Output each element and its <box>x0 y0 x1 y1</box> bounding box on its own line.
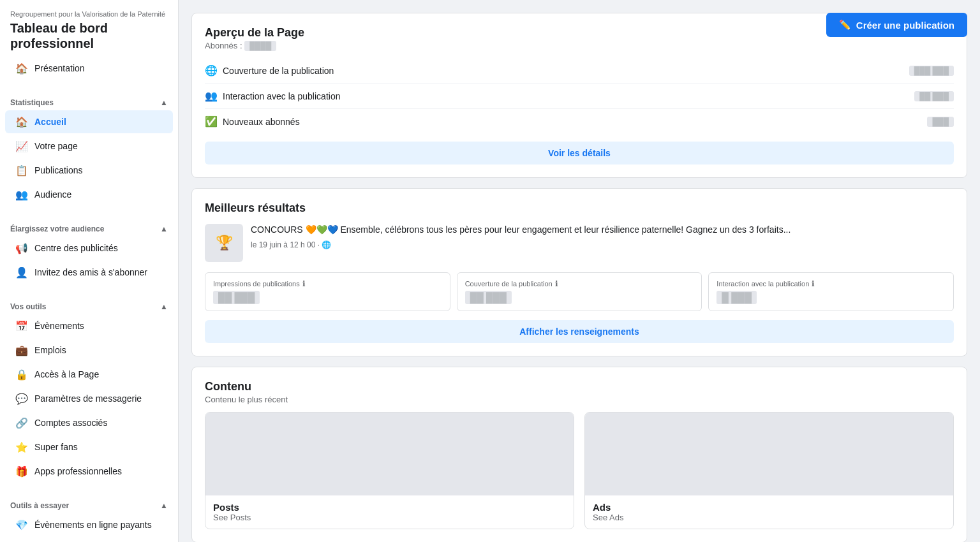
ads-title: Ads <box>593 502 946 513</box>
publications-icon: 📋 <box>15 164 28 177</box>
sidebar-item-apps[interactable]: 🎁 Apps professionnelles <box>5 460 173 483</box>
super-fans-icon: ⭐ <box>15 441 28 453</box>
metrics-row: Impressions de publications ℹ ██ ███ Cou… <box>205 272 954 311</box>
audience-icon: 👥 <box>15 188 28 201</box>
essayer-section-header: Outils à essayer ▲ <box>0 494 178 513</box>
impressions-value: ██ ███ <box>213 291 260 304</box>
sidebar-item-emplois[interactable]: 💼 Emplois <box>5 339 173 362</box>
stats-chevron: ▲ <box>160 98 168 107</box>
messagerie-icon: 💬 <box>15 392 28 405</box>
content-subtitle: Contenu le plus récent <box>205 395 954 404</box>
page-overview-title: Aperçu de la Page <box>205 26 304 40</box>
couverture-value: ███ ███ <box>909 66 954 76</box>
emplois-icon: 💼 <box>15 344 28 356</box>
sidebar-item-centre-pubs[interactable]: 📢 Centre des publicités <box>5 237 173 260</box>
interaction-metric-value: █ ███ <box>716 291 757 304</box>
content-cards-container: Posts See Posts Ads See Ads <box>205 412 954 529</box>
comptes-icon: 🔗 <box>15 416 28 429</box>
post-thumbnail: 🏆 <box>205 224 243 262</box>
edit-icon: ✏️ <box>839 19 851 31</box>
content-title: Contenu <box>205 380 954 393</box>
ads-card[interactable]: Ads See Ads <box>584 412 954 529</box>
sidebar-header: Regroupement pour la Valorisation de la … <box>0 0 178 56</box>
sidebar-item-audience[interactable]: 👥 Audience <box>5 183 173 206</box>
posts-title: Posts <box>213 502 566 513</box>
info-icon-1: ℹ <box>555 279 558 288</box>
metric-impressions: Impressions de publications ℹ ██ ███ <box>205 272 450 311</box>
sidebar-item-accueil[interactable]: 🏠 Accueil <box>5 110 173 133</box>
sidebar-item-super-fans[interactable]: ⭐ Super fans <box>5 436 173 458</box>
posts-sub: See Posts <box>213 513 566 522</box>
presentation-icon: 🏠 <box>15 62 28 75</box>
org-name: Regroupement pour la Valorisation de la … <box>10 10 168 18</box>
votre-page-icon: 📈 <box>15 140 28 152</box>
main-content: ✏️ Créer une publication Aperçu de la Pa… <box>179 0 980 542</box>
couverture-metric-value: ██ ███ <box>465 291 512 304</box>
evenements-payants-icon: 💎 <box>15 518 28 531</box>
outils-section-header: Vos outils ▲ <box>0 295 178 314</box>
post-preview: 🏆 CONCOURS 🧡💚💙 Ensemble, célébrons tous … <box>205 224 954 262</box>
page-overview-card: Aperçu de la Page Abonnés : ████ 28 dern… <box>191 13 967 178</box>
sidebar-item-invitez[interactable]: 👤 Invitez des amis à s'abonner <box>5 261 173 284</box>
globe-icon: 🌐 <box>205 64 218 77</box>
content-card: Contenu Contenu le plus récent Posts See… <box>191 367 967 542</box>
metric-couverture: Couverture de la publication ℹ ██ ███ <box>457 272 702 311</box>
essayer-chevron: ▲ <box>160 501 168 510</box>
best-results-title: Meilleurs résultats <box>205 201 954 215</box>
outils-chevron: ▲ <box>160 302 168 311</box>
metric-interaction: Interaction avec la publication ℹ █ ███ <box>708 272 954 311</box>
create-publication-button[interactable]: ✏️ Créer une publication <box>826 13 967 37</box>
accueil-icon: 🏠 <box>15 115 28 128</box>
sidebar: Regroupement pour la Valorisation de la … <box>0 0 179 542</box>
post-meta: le 19 juin à 12 h 00 · 🌐 <box>251 240 954 249</box>
elargissez-section-header: Élargissez votre audience ▲ <box>0 217 178 236</box>
voir-details-button[interactable]: Voir les détails <box>205 142 954 165</box>
evenements-icon: 📅 <box>15 319 28 332</box>
sidebar-item-votre-page[interactable]: 📈 Votre page <box>5 135 173 157</box>
sidebar-item-acces-page[interactable]: 🔒 Accès à la Page <box>5 363 173 386</box>
sidebar-item-comptes[interactable]: 🔗 Comptes associés <box>5 411 173 434</box>
nouveaux-value: ███ <box>927 117 954 127</box>
subscribers-value: ████ <box>244 41 276 51</box>
info-icon-2: ℹ <box>812 279 815 288</box>
info-icon-0: ℹ <box>302 279 306 288</box>
stat-nouveaux-abonnes: ✅ Nouveaux abonnés ███ <box>205 109 954 134</box>
invitez-icon: 👤 <box>15 266 28 279</box>
sidebar-item-evenements-payants[interactable]: 💎 Évènements en ligne payants <box>5 513 173 536</box>
sidebar-item-evenements[interactable]: 📅 Évènements <box>5 314 173 337</box>
sidebar-item-assistance-moderation[interactable]: 🛡 Assistance modération <box>5 538 173 542</box>
dashboard-title: Tableau de bord professionnel <box>10 20 168 51</box>
check-icon: ✅ <box>205 115 218 128</box>
stat-interaction: 👥 Interaction avec la publication ██ ███ <box>205 84 954 109</box>
ads-sub: See Ads <box>593 513 946 522</box>
sidebar-item-messagerie[interactable]: 💬 Paramètres de messagerie <box>5 387 173 410</box>
posts-thumbnail <box>205 413 574 495</box>
afficher-renseignements-button[interactable]: Afficher les renseignements <box>205 320 954 343</box>
apps-icon: 🎁 <box>15 465 28 478</box>
centre-pubs-icon: 📢 <box>15 242 28 254</box>
posts-card[interactable]: Posts See Posts <box>205 412 574 529</box>
stat-couverture: 🌐 Couverture de la publication ███ ███ <box>205 58 954 84</box>
interaction-value: ██ ███ <box>914 91 954 101</box>
sidebar-item-presentation[interactable]: 🏠 Présentation <box>5 57 173 80</box>
best-results-card: Meilleurs résultats 🏆 CONCOURS 🧡💚💙 Ensem… <box>191 188 967 356</box>
people-icon: 👥 <box>205 90 218 102</box>
sidebar-item-publications[interactable]: 📋 Publications <box>5 159 173 182</box>
elargissez-chevron: ▲ <box>160 224 168 233</box>
ads-thumbnail <box>585 413 953 495</box>
acces-icon: 🔒 <box>15 368 28 381</box>
subscribers-label: Abonnés : ████ <box>205 41 304 50</box>
stats-section-header: Statistiques ▲ <box>0 91 178 110</box>
post-text: CONCOURS 🧡💚💙 Ensemble, célébrons tous le… <box>251 224 954 237</box>
